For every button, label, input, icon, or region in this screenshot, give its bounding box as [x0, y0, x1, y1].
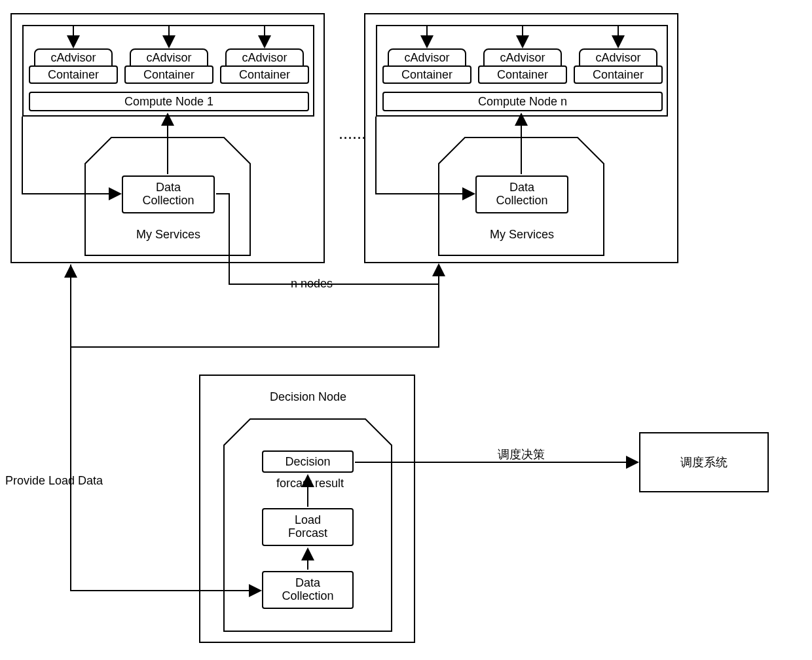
node1-container2: Container — [124, 65, 213, 84]
noden-data-collection: DataCollection — [475, 175, 568, 213]
n-nodes-label: n nodes — [288, 277, 335, 291]
noden-compute: Compute Node n — [382, 92, 663, 111]
node1-container3: Container — [220, 65, 309, 84]
node1-cadvisor2: cAdvisor — [130, 48, 208, 67]
forecast-result-label: forcast result — [274, 477, 346, 490]
decision-box: Decision — [262, 450, 354, 473]
noden-cadvisor2: cAdvisor — [483, 48, 562, 67]
diagram-canvas: cAdvisor Container cAdvisor Container cA… — [0, 0, 812, 660]
scheduler-box: 调度系统 — [639, 432, 769, 492]
provide-load-data-label: Provide Load Data — [3, 474, 105, 488]
decision-title: Decision Node — [267, 390, 349, 404]
node1-cadvisor1: cAdvisor — [34, 48, 113, 67]
noden-cadvisor1: cAdvisor — [388, 48, 466, 67]
noden-my-services-label: My Services — [487, 228, 557, 242]
noden-container1: Container — [382, 65, 471, 84]
node1-my-services-label: My Services — [134, 228, 203, 242]
node1-container1: Container — [29, 65, 118, 84]
noden-cadvisor3: cAdvisor — [579, 48, 657, 67]
schedule-decision-label: 调度决策 — [495, 447, 547, 462]
load-forecast-box: LoadForcast — [262, 508, 354, 546]
node1-compute: Compute Node 1 — [29, 92, 309, 111]
node1-cadvisor3: cAdvisor — [225, 48, 304, 67]
decision-data-collection: DataCollection — [262, 571, 354, 609]
noden-container2: Container — [478, 65, 567, 84]
node1-data-collection: DataCollection — [122, 175, 215, 213]
noden-container3: Container — [574, 65, 663, 84]
